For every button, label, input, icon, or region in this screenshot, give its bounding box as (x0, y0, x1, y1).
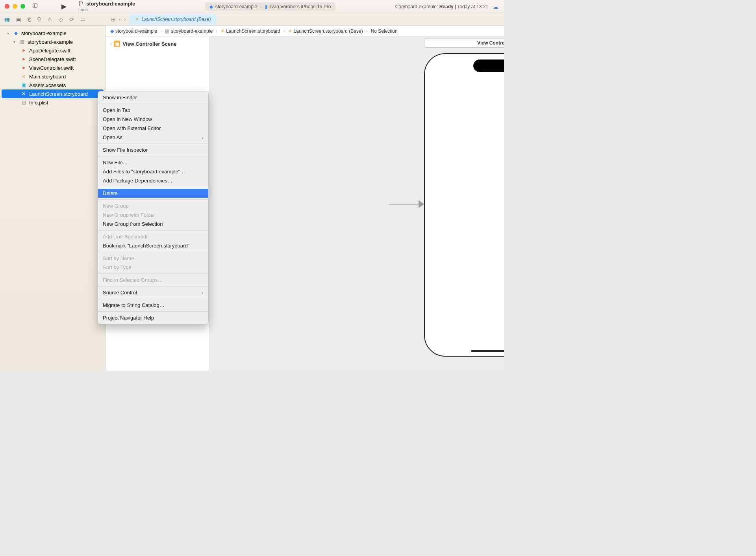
run-button[interactable]: ▶ (61, 2, 67, 11)
chevron-right-icon: › (202, 290, 204, 295)
file-launchscreen-storyboard[interactable]: ✕ LaunchScreen.storyboard (2, 89, 104, 98)
menu-add-package-deps[interactable]: Add Package Dependencies… (98, 176, 208, 185)
group-folder[interactable]: ▾ ▥ storyboard-example (0, 37, 105, 46)
chevron-right-icon[interactable]: › (110, 42, 111, 46)
project-navigator-icon[interactable]: ▦ (5, 16, 10, 22)
scheme-device-pill[interactable]: ◆ storyboard-example › ▮ Ivan Vorobei's … (205, 2, 335, 11)
source-control-navigator-icon[interactable]: ▣ (16, 16, 21, 22)
menu-source-control[interactable]: Source Control› (98, 288, 208, 297)
device-preview[interactable] (424, 53, 504, 357)
cloud-icon[interactable]: ☁ (493, 4, 498, 10)
file-main-storyboard[interactable]: ✕ Main.storyboard (0, 72, 105, 81)
branch-icon (78, 1, 84, 7)
file-label: Info.plist (29, 100, 48, 106)
title-bar: ▶ storyboard-example main ◆ storyboard-e… (0, 0, 504, 13)
crumb-localization[interactable]: LaunchScreen.storyboard (Base) (294, 28, 363, 34)
issue-navigator-icon[interactable]: ⚠ (47, 16, 52, 22)
svg-point-2 (79, 2, 80, 2)
status-time: Today at 13:21 (457, 4, 488, 9)
menu-add-line-bookmark: Add Line Bookmark (98, 232, 208, 241)
file-label: LaunchScreen.storyboard (29, 91, 88, 97)
editor-tab[interactable]: ✕ LaunchScreen.storyboard (Base) (130, 14, 216, 24)
swift-icon: ➤ (20, 65, 27, 71)
menu-open-external-editor[interactable]: Open with External Editor (98, 124, 208, 133)
back-icon[interactable]: ‹ (119, 16, 121, 22)
arrow-icon (419, 200, 424, 208)
storyboard-icon: ✕ (20, 91, 27, 97)
related-items-icon[interactable]: ⊞ (111, 16, 116, 22)
project-root[interactable]: ▾ ◆ storyboard-example (0, 29, 105, 37)
menu-open-in-tab[interactable]: Open in Tab (98, 106, 208, 115)
breakpoint-navigator-icon[interactable]: ▭ (80, 16, 85, 22)
interface-builder-canvas[interactable]: View Controller (210, 37, 504, 371)
menu-open-in-new-window[interactable]: Open in New Window (98, 115, 208, 124)
project-icon: ◆ (13, 30, 19, 36)
menu-add-files[interactable]: Add Files to "storyboard-example"… (98, 167, 208, 176)
crumb-group[interactable]: storyboard-example (171, 28, 213, 34)
chevron-right-icon: › (159, 28, 163, 34)
file-appdelegate[interactable]: ➤ AppDelegate.swift (0, 46, 105, 55)
file-label: ViewController.swift (29, 65, 74, 71)
toolbar-left-icons (32, 3, 38, 10)
menu-show-file-inspector[interactable]: Show File Inspector (98, 145, 208, 154)
crumb-selection[interactable]: No Selection (371, 28, 398, 34)
menu-new-file[interactable]: New File… (98, 158, 208, 167)
swift-icon: ➤ (20, 47, 27, 54)
scene-icon: ▦ (114, 41, 120, 47)
menu-show-in-finder[interactable]: Show in Finder (98, 93, 208, 102)
status-bar: storyboard-example: Ready | Today at 13:… (395, 0, 498, 13)
storyboard-icon: ✕ (220, 28, 224, 34)
storyboard-icon: ✕ (20, 73, 27, 80)
device-notch (473, 60, 504, 72)
breadcrumb: ◆ storyboard-example › ▥ storyboard-exam… (106, 26, 504, 37)
file-infoplist[interactable]: ▤ Info.plist (0, 98, 105, 107)
chevron-right-icon: › (202, 135, 204, 140)
test-navigator-icon[interactable]: ◇ (59, 16, 63, 22)
chevron-right-icon: › (282, 28, 287, 34)
context-menu: Show in Finder Open in Tab Open in New W… (98, 91, 209, 324)
crumb-file[interactable]: LaunchScreen.storyboard (226, 28, 280, 34)
disclosure-icon[interactable]: ▾ (6, 31, 10, 35)
menu-migrate-string-catalog[interactable]: Migrate to String Catalog… (98, 301, 208, 310)
file-label: SceneDelegate.swift (29, 56, 76, 62)
app-icon: ◆ (209, 4, 213, 9)
window-controls (5, 4, 25, 9)
menu-bookmark-file[interactable]: Bookmark "LaunchScreen.storyboard" (98, 241, 208, 250)
outline-label: View Controller Scene (122, 41, 176, 47)
file-label: Assets.xcassets (29, 82, 66, 88)
swift-icon: ➤ (20, 56, 27, 62)
project-title: storyboard-example (86, 1, 135, 7)
forward-icon[interactable]: › (124, 16, 126, 22)
device-label: Ivan Vorobei's iPhone 15 Pro (270, 4, 331, 9)
folder-icon: ▥ (19, 39, 25, 45)
debug-navigator-icon[interactable]: ⟳ (69, 16, 74, 22)
menu-delete[interactable]: Delete (98, 189, 208, 198)
status-ready: Ready (439, 4, 454, 9)
view-controller-title[interactable]: View Controller (424, 38, 504, 48)
home-indicator (471, 350, 504, 352)
app-icon: ◆ (110, 28, 114, 34)
close-icon[interactable] (5, 4, 9, 9)
menu-new-group-selection[interactable]: New Group from Selection (98, 219, 208, 229)
branch-name: main (78, 7, 135, 12)
navigator-tab-bar: ▦ ▣ ⎗ ⚲ ⚠ ◇ ⟳ ▭ ⊞ ‹ › ✕ LaunchScreen.sto… (0, 13, 504, 26)
disclosure-icon[interactable]: ▾ (12, 40, 17, 44)
file-label: storyboard-example (21, 30, 67, 36)
file-assets[interactable]: ▣ Assets.xcassets (0, 81, 105, 89)
scheme-branch[interactable]: storyboard-example main (78, 1, 135, 12)
find-navigator-icon[interactable]: ⚲ (37, 16, 41, 22)
menu-open-as[interactable]: Open As› (98, 133, 208, 142)
sidebar-toggle-icon[interactable] (32, 3, 38, 10)
file-viewcontroller[interactable]: ➤ ViewController.swift (0, 63, 105, 72)
plist-icon: ▤ (20, 99, 27, 106)
bookmark-navigator-icon[interactable]: ⎗ (28, 16, 31, 22)
outline-scene-row[interactable]: › ▦ View Controller Scene (106, 37, 209, 51)
tab-label: LaunchScreen.storyboard (Base) (141, 17, 211, 22)
file-scenedelegate[interactable]: ➤ SceneDelegate.swift (0, 55, 105, 63)
menu-navigator-help[interactable]: Project Navigator Help (98, 313, 208, 322)
device-icon: ▮ (265, 4, 268, 9)
maximize-icon[interactable] (20, 4, 25, 9)
minimize-icon[interactable] (13, 4, 17, 9)
crumb-project[interactable]: storyboard-example (115, 28, 157, 34)
menu-new-group-folder: New Group with Folder (98, 210, 208, 219)
